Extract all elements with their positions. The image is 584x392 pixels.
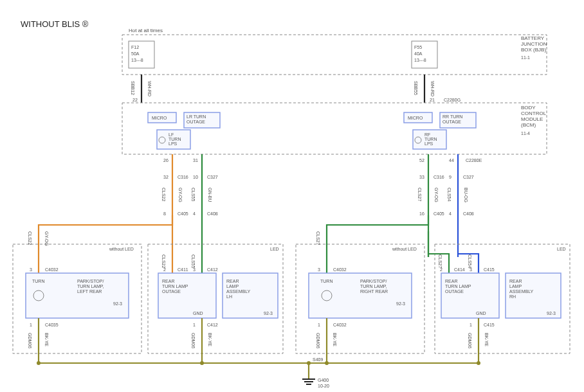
bjb-box [122, 35, 547, 75]
cls55c: CLS55 [191, 254, 196, 269]
pin3-g1: 3 [30, 267, 32, 272]
pin-9: 9 [449, 175, 452, 179]
pin-21: 21 [430, 98, 435, 102]
c327r: C327 [463, 175, 474, 179]
cls55: CLS55 [191, 188, 196, 202]
pin-16: 16 [419, 211, 424, 216]
bkye-3: BK-YE [333, 333, 337, 346]
c2280e: C2280E [466, 158, 482, 163]
fuse-f12-amp: 50A [131, 51, 140, 56]
c415: C415 [484, 323, 495, 327]
node-3 [325, 361, 329, 365]
c412l: C412 [207, 267, 218, 272]
diagram-title: WITHOUT BLIS ® [21, 19, 89, 29]
led-2: LED [557, 247, 566, 251]
pin-31: 31 [193, 158, 198, 163]
c405r: C405 [433, 211, 444, 216]
hot-label: Hot at all times [129, 28, 163, 33]
gdm06-1: GDM06 [28, 333, 32, 348]
lbl-whrd-l: WH-RD [147, 81, 152, 96]
turn-l: TURN [32, 279, 44, 283]
c408r: C408 [463, 211, 474, 216]
node-2 [200, 361, 204, 365]
ref92d: 92-3 [547, 311, 556, 316]
lbl-whrd-r: WH-RD [430, 81, 435, 96]
bkye-4: BK-YE [484, 333, 489, 346]
c4032-g3: C4032 [333, 267, 347, 272]
c405l: C405 [178, 211, 188, 216]
ref92b: 92-3 [264, 311, 273, 316]
pin3-g2: 3 [193, 267, 196, 272]
lbl-sbb12: SBB12 [131, 81, 135, 95]
fuse-f55-amp: 40A [414, 51, 423, 56]
pin-10: 10 [193, 175, 198, 179]
c327l: C327 [207, 175, 218, 179]
bkye-2: BK-YE [208, 333, 212, 346]
branch-og-left [39, 215, 172, 257]
wiring-diagram: WITHOUT BLIS ® Hot at all times BATTERYJ… [0, 0, 584, 392]
fuse-f12-id: F12 [131, 45, 139, 49]
buog: BU-OG [464, 188, 468, 202]
cls54c: CLS54 [468, 254, 472, 269]
ref92: 92-3 [113, 301, 122, 306]
gyog-2: GY-OG [434, 188, 439, 202]
c4032b: C4032 [333, 323, 347, 327]
c316r: C316 [433, 175, 444, 179]
c316l: C316 [178, 175, 188, 179]
pin1a: 1 [30, 323, 32, 327]
ps-right: PARK/STOP/TURN LAMP,RIGHT REAR [360, 279, 388, 294]
wo-led-1: without LED [109, 247, 134, 251]
fuse-f12-code: 13---8 [131, 58, 143, 62]
c408l: C408 [207, 211, 218, 216]
pin-22: 22 [132, 98, 138, 102]
ps-left: PARK/STOP/TURN LAMP,LEFT REAR [77, 279, 104, 294]
bcm-name: BODYCONTROLMODULE(BCM) [521, 105, 547, 128]
bjb-ref: 11-1 [521, 55, 530, 60]
pin-26: 26 [163, 158, 169, 163]
pin3-g4: 3 [470, 267, 472, 272]
pin1b: 1 [193, 323, 196, 327]
pin2-g2: 2 [163, 267, 166, 272]
fuse-f55-code: 13---8 [414, 58, 426, 62]
cls27c: CLS27 [438, 254, 443, 269]
pin-33: 33 [419, 175, 424, 179]
c4032-g1: C4032 [45, 267, 59, 272]
ref92c: 92-3 [396, 301, 405, 306]
rr-outage-lbl: RR TURNOUTAGE [443, 114, 462, 124]
cls22c: CLS22 [161, 254, 166, 269]
pin-4r: 4 [449, 211, 452, 216]
gdm06-2: GDM06 [191, 333, 196, 348]
pin1d: 1 [470, 323, 472, 327]
pin-44: 44 [449, 158, 454, 163]
cls27: CLS27 [417, 188, 422, 202]
pin-4l: 4 [193, 211, 196, 216]
turn-r: TURN [320, 279, 333, 283]
lbl-sbb55: SBB55 [414, 81, 418, 95]
s409: S409 [313, 357, 323, 362]
cls54: CLS54 [447, 188, 452, 202]
gnd-r: GND [476, 311, 486, 316]
pin-52: 52 [419, 158, 424, 163]
g400ref: 10-20 [318, 384, 329, 388]
bjb-name: BATTERYJUNCTIONBOX (BJB) [521, 35, 547, 53]
gdm06-3: GDM06 [316, 333, 320, 348]
c411: C411 [178, 267, 188, 272]
node-1 [37, 361, 41, 365]
bkye-1: BK-YE [44, 333, 49, 346]
led-1: LED [270, 247, 279, 251]
pin-8: 8 [163, 211, 166, 216]
node-4 [477, 361, 480, 365]
gnbu-1: GN-BU [208, 188, 212, 202]
fuse-f55-id: F55 [414, 45, 422, 49]
c415r: C415 [484, 267, 495, 272]
gyog-b: GY-OG [44, 231, 49, 246]
pin3-g3: 3 [318, 267, 320, 272]
c414: C414 [454, 267, 465, 272]
lr-outage-lbl: LR TURNOUTAGE [187, 114, 206, 124]
g400: G400 [318, 378, 329, 382]
pin1c: 1 [318, 323, 320, 327]
pin-32: 32 [163, 175, 169, 179]
c2280g-top: C2280G [444, 98, 461, 102]
bcm-ref: 11-4 [521, 131, 530, 136]
cls27b: CLS27 [316, 231, 320, 245]
